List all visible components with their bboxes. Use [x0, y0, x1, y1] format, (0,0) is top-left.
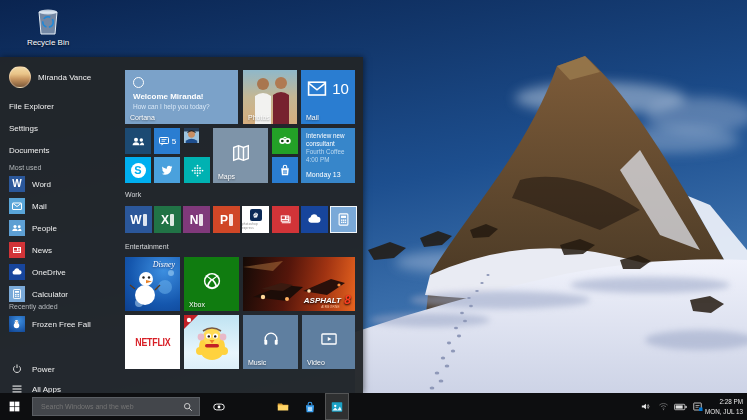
tile-video[interactable]: Video	[302, 315, 355, 369]
sidebar-item-calculator[interactable]: Calculator	[9, 285, 68, 303]
battery-tray-button[interactable]	[671, 393, 689, 420]
people-icon	[9, 220, 25, 236]
tile-onenote[interactable]: N	[183, 206, 210, 233]
cortana-icon	[133, 77, 144, 88]
people-icon	[125, 128, 151, 154]
onedrive-cloud-icon	[301, 206, 328, 233]
most-used-header: Most used	[9, 164, 41, 171]
word-icon: W	[9, 176, 25, 192]
tile-dialer[interactable]	[184, 157, 210, 183]
group-header-work: Work	[125, 191, 141, 198]
sidebar-item-documents[interactable]: Documents	[9, 141, 49, 159]
file-explorer-icon	[276, 400, 290, 414]
tripadvisor-icon	[272, 128, 298, 154]
task-view-icon	[212, 400, 226, 414]
recycle-bin-icon	[22, 6, 74, 36]
tile-calculator[interactable]	[330, 206, 357, 233]
sidebar-item-onedrive[interactable]: OneDrive	[9, 263, 66, 281]
tile-photoshop-express[interactable]: photoshop express	[242, 206, 269, 233]
tile-netflix[interactable]: NETFLIX	[125, 315, 180, 369]
sidebar-item-word[interactable]: W Word	[9, 175, 51, 193]
user-account-button[interactable]: Miranda Vance	[9, 65, 91, 89]
group-header-entertainment: Entertainment	[125, 243, 169, 250]
calendar-date: Monday 13	[306, 171, 341, 180]
calculator-icon	[9, 286, 25, 302]
taskbar-clock[interactable]: 2:28 PM MON, JUL 13	[705, 393, 743, 420]
recently-added-header: Recently added	[9, 303, 58, 310]
network-tray-button[interactable]	[655, 393, 671, 420]
messaging-icon	[158, 135, 170, 147]
twitter-bird-icon	[154, 157, 180, 183]
store-bag-icon	[272, 157, 298, 183]
excel-page-icon	[170, 214, 174, 226]
action-center-icon	[692, 401, 704, 413]
taskbar-store-button[interactable]	[298, 393, 322, 420]
mail-icon	[9, 198, 25, 214]
sidebar-item-mail[interactable]: Mail	[9, 197, 47, 215]
power-button[interactable]: Power	[9, 360, 55, 378]
news-icon	[9, 242, 25, 258]
volume-tray-button[interactable]	[637, 393, 653, 420]
frozen-free-fall-icon	[9, 316, 25, 332]
photos-icon	[330, 400, 344, 414]
calculator-icon	[331, 207, 356, 232]
search-input[interactable]	[39, 402, 178, 411]
skype-icon: S	[125, 157, 151, 183]
search-icon	[183, 402, 193, 412]
taskbar-file-explorer-button[interactable]	[271, 393, 295, 420]
tile-store[interactable]	[272, 157, 298, 183]
network-icon	[658, 401, 669, 412]
sidebar-item-settings[interactable]: Settings	[9, 119, 38, 137]
tile-photos[interactable]: Photos	[243, 70, 297, 124]
tile-chicken-game[interactable]	[184, 315, 239, 369]
messaging-count: 5	[172, 137, 176, 146]
windows-logo-icon	[8, 400, 21, 413]
clock-time: 2:28 PM	[720, 397, 743, 406]
tile-cortana[interactable]: Welcome Miranda! How can I help you toda…	[125, 70, 238, 124]
contact-photo	[184, 128, 199, 143]
tile-word[interactable]: W	[125, 206, 152, 233]
tile-music[interactable]: Music	[243, 315, 298, 369]
netflix-logo: NETFLIX	[135, 336, 170, 348]
tile-mail[interactable]: 10 Mail	[301, 70, 355, 124]
user-name: Miranda Vance	[38, 73, 91, 82]
tile-contact-photo[interactable]	[184, 128, 210, 154]
dialer-dots-icon	[184, 157, 210, 183]
tile-messaging[interactable]: 5	[154, 128, 180, 154]
photoshop-express-icon	[250, 209, 262, 221]
sidebar-item-file-explorer[interactable]: File Explorer	[9, 97, 54, 115]
tile-twitter[interactable]	[154, 157, 180, 183]
clock-date: MON, JUL 13	[705, 407, 743, 416]
sidebar-item-news[interactable]: News	[9, 241, 52, 259]
newsstand-icon	[272, 206, 299, 233]
sidebar-item-people[interactable]: People	[9, 219, 57, 237]
word-page-icon	[143, 214, 147, 226]
tile-skype[interactable]: S	[125, 157, 151, 183]
sidebar-item-frozen-free-fall[interactable]: Frozen Free Fall	[9, 315, 91, 333]
taskbar-photos-button[interactable]	[325, 393, 349, 420]
tile-asphalt-8[interactable]: ASPHALT 8 AIRBORNE	[243, 257, 355, 311]
task-view-button[interactable]	[206, 393, 232, 420]
taskbar-search-box[interactable]	[32, 397, 200, 416]
mail-icon	[307, 81, 327, 97]
tile-people[interactable]	[125, 128, 151, 154]
recycle-bin[interactable]: Recycle Bin	[22, 6, 74, 47]
tile-maps[interactable]: Maps	[213, 128, 268, 183]
tile-xbox[interactable]: Xbox	[184, 257, 239, 311]
tile-calendar[interactable]: Interview new consultant Fourth Coffee 4…	[301, 128, 355, 183]
start-button[interactable]	[0, 393, 28, 420]
tile-frozen-free-fall[interactable]: Disney	[125, 257, 180, 311]
tile-excel[interactable]: X	[154, 206, 181, 233]
tile-news[interactable]	[272, 206, 299, 233]
tile-onedrive[interactable]	[301, 206, 328, 233]
store-icon	[303, 400, 317, 414]
onedrive-icon	[9, 264, 25, 280]
tile-tripadvisor[interactable]	[272, 128, 298, 154]
start-menu-sidebar: Miranda Vance File Explorer Settings Doc…	[0, 57, 118, 393]
tile-powerpoint[interactable]: P	[213, 206, 240, 233]
power-icon	[9, 361, 25, 377]
volume-icon	[640, 401, 651, 412]
start-menu: Miranda Vance File Explorer Settings Doc…	[0, 57, 363, 393]
battery-icon	[674, 403, 687, 411]
onenote-page-icon	[199, 214, 203, 226]
